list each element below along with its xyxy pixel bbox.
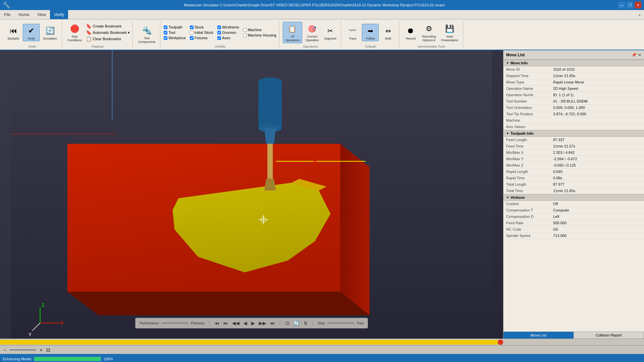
row-tool-tip-position: Tool Tip Position 3.874; -0.722; 0.000 — [503, 111, 644, 117]
speed-slider[interactable] — [328, 322, 355, 324]
cb-toolpath[interactable]: Toolpath — [164, 25, 186, 29]
backplot-button[interactable]: ⏮ Backplot — [5, 24, 21, 41]
cb-fixtures[interactable]: Fixtures — [190, 36, 213, 40]
panel-close-button[interactable]: ✕ — [638, 53, 641, 57]
label-coolant: Coolant — [503, 201, 550, 207]
value-elapsed-time: 11min 21.65s — [550, 73, 644, 79]
ribbon-group-operations: 📋 AllOperations 🎯 CurrentOperation ✂ Seg… — [280, 21, 341, 48]
cb-axes[interactable]: Axes — [217, 36, 239, 40]
fast-label: Fast — [357, 321, 364, 325]
visibility-label: Visibility — [164, 44, 276, 48]
step-forward-button[interactable]: ▶▶ — [258, 320, 267, 326]
svg-marker-7 — [67, 292, 370, 315]
label-tool-orientation: Tool Orientation — [503, 105, 550, 111]
zoom-slider[interactable] — [9, 349, 36, 351]
row-spindle-speed: Spindle Speed 713.000 — [503, 233, 644, 239]
zoom-in-button[interactable]: + — [39, 347, 43, 353]
cb-machine[interactable]: Machine — [243, 27, 276, 32]
slow-label: Slow — [318, 321, 325, 325]
simulation-button[interactable]: 🔄 Simulation — [41, 24, 59, 41]
row-elapsed-time: Elapsed Time 11min 21.65s — [503, 73, 644, 79]
enhancing-percent: 100% — [104, 357, 113, 361]
current-operation-button[interactable]: 🎯 CurrentOperation — [304, 22, 321, 43]
go-to-end-button[interactable]: ⏭ — [270, 320, 276, 326]
go-to-start-button[interactable]: ⏮ — [214, 320, 220, 326]
all-operations-button[interactable]: 📋 AllOperations — [283, 22, 302, 43]
tool-components-button[interactable]: 🔩 ToolComponents — [136, 24, 157, 45]
auto-bookmark-button[interactable]: 🔖Automatic Bookmark ▾ — [86, 30, 130, 35]
label-axis-values: Axis Values — [503, 124, 550, 130]
toolpath-label: Toolpath — [344, 44, 396, 48]
cb-gnomon[interactable]: Gnomon — [217, 30, 239, 35]
viewport[interactable]: Z X Y Performance Precision | ⏮ ⏭ ◀◀ — [0, 50, 503, 339]
tab-move-list[interactable]: Move List — [503, 332, 574, 339]
3d-scene: Z X Y — [0, 50, 503, 339]
menu-home[interactable]: Home — [14, 10, 33, 19]
panel-tabs: Move List Collision Report — [503, 331, 644, 339]
svg-rect-15 — [267, 144, 273, 179]
cb-wireframe[interactable]: Wireframe — [217, 25, 239, 29]
row-machine: Machine — [503, 117, 644, 124]
pause-button[interactable]: ⏸ — [303, 320, 309, 326]
timeline[interactable] — [0, 339, 644, 345]
label-elapsed-time: Elapsed Time — [503, 73, 550, 79]
verbose-section[interactable]: ▼ Verbose — [503, 194, 644, 201]
cb-initial-stock[interactable]: Initial Stock — [190, 30, 213, 35]
menu-view[interactable]: View — [33, 10, 50, 19]
row-operation-name: Operation Name 2D High Speed — [503, 85, 644, 92]
value-nc-code: G0 — [550, 226, 644, 233]
enhancing-label: Enhancing Model — [3, 357, 31, 361]
section-view-button[interactable]: ⊡ — [285, 320, 290, 326]
follow-button[interactable]: ➡ Follow — [362, 24, 379, 42]
record-button[interactable]: ⏺ Record — [402, 24, 419, 41]
step-back-button[interactable]: ◀ — [243, 320, 248, 326]
ribbon-group-demonstration: ⏺ Record ⚙ RecordingOptions ▾ 💾 SavePres… — [400, 21, 463, 48]
step-back-start-button[interactable]: ⏭ — [223, 320, 229, 326]
svg-marker-16 — [264, 179, 276, 191]
label-feed-rate: Feed Rate — [503, 220, 550, 226]
compare-button[interactable]: 🔄 — [293, 320, 300, 326]
cb-machine-housing[interactable]: Machine Housing — [243, 33, 276, 38]
stop-conditions-button[interactable]: 🛑 StopConditions — [65, 22, 84, 43]
segment-button[interactable]: ✂ Segment — [322, 24, 338, 41]
row-move-id: Move ID 1010 of 1010 — [503, 66, 644, 73]
svg-marker-6 — [340, 144, 369, 315]
svg-marker-14 — [264, 128, 276, 143]
row-tool-number: Tool Number #1 - 3/8 BULL ENDM — [503, 98, 644, 105]
create-bookmark-button[interactable]: 🔖Create Bookmark — [86, 23, 130, 29]
zoom-out-button[interactable]: − — [3, 347, 7, 353]
cb-stock[interactable]: Stock — [190, 25, 213, 29]
cb-workpiece[interactable]: Workpiece — [164, 36, 186, 40]
close-button[interactable]: ✕ — [635, 2, 641, 8]
both-button[interactable]: ⇔ Both — [380, 24, 396, 41]
menu-verify[interactable]: Verify — [50, 10, 68, 19]
minimize-button[interactable]: — — [619, 2, 625, 8]
tab-collision-report[interactable]: Collision Report — [574, 332, 644, 339]
verify-button[interactable]: ✔ Verify — [23, 24, 40, 42]
label-feed-time: Feed Time — [503, 143, 550, 149]
menu-file[interactable]: File — [0, 10, 14, 19]
fit-button[interactable]: ⊡ — [46, 347, 51, 353]
save-presentation-button[interactable]: 💾 SavePresentation — [439, 22, 461, 43]
row-rapid-time: Rapid Time 0.08s — [503, 175, 644, 181]
trace-button[interactable]: 〰 Trace — [344, 24, 361, 41]
ribbon: ⏮ Backplot ✔ Verify 🔄 Simulation Mode — [0, 19, 644, 50]
panel-pin-button[interactable]: 📌 — [632, 53, 637, 57]
label-tool-tip-position: Tool Tip Position — [503, 111, 550, 117]
move-info-section[interactable]: ▼ Move Info — [503, 60, 644, 66]
value-min-max-y: -2.564 / -0.672 — [550, 156, 644, 162]
performance-slider[interactable] — [161, 322, 188, 324]
cb-tool[interactable]: Tool — [164, 30, 186, 35]
verbose-table: Coolant Off Compensation T Computer Comp… — [503, 201, 644, 239]
clear-bookmarks-button[interactable]: 📋Clear Bookmarks — [86, 36, 130, 42]
play-back-button[interactable]: ◀◀ — [231, 320, 240, 326]
play-forward-button[interactable]: ▶ — [251, 320, 256, 326]
recording-options-button[interactable]: ⚙ RecordingOptions ▾ — [420, 22, 438, 43]
timeline-dot — [498, 340, 503, 345]
performance-label: Performance — [140, 321, 159, 325]
toolpath-info-section[interactable]: ▼ Toolpath Info — [503, 130, 644, 137]
value-move-id: 1010 of 1010 — [550, 66, 644, 73]
row-move-type: Move Type Rapid Linear Move — [503, 79, 644, 85]
restore-button[interactable]: ❐ — [627, 2, 633, 8]
timeline-fill — [0, 340, 498, 345]
